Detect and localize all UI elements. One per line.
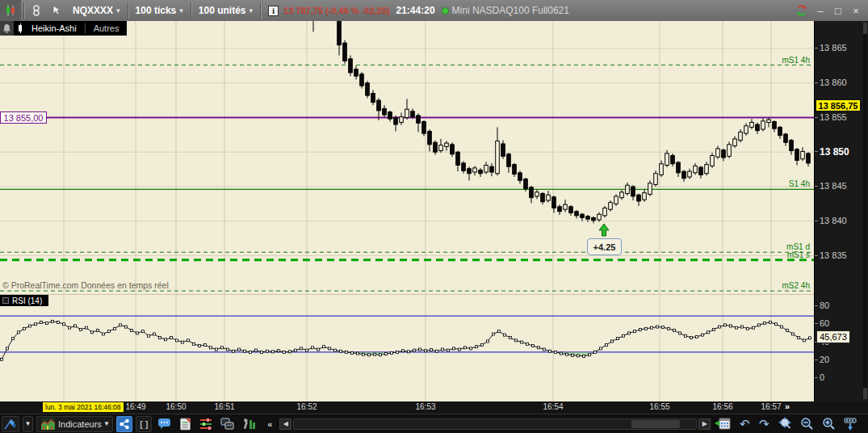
window-controls: – □ × [795, 4, 868, 17]
rsi-point-marker [589, 354, 591, 356]
level-label: mS1 s [787, 250, 810, 259]
time-axis[interactable]: lun. 3 mai 2021 16:46:08 » 16:4916:5016:… [0, 401, 868, 414]
time-tick-label: 16:50 [166, 402, 186, 411]
separator [260, 2, 261, 19]
scroll-right-button[interactable]: ▶ [698, 418, 711, 430]
drawing-tools-caret[interactable]: ▾ [23, 416, 33, 432]
rsi-point-marker [600, 347, 602, 350]
rsi-line [2, 322, 810, 359]
drawing-tools-button[interactable] [2, 416, 19, 432]
candle-body [400, 117, 404, 123]
rsi-point-marker [80, 328, 82, 330]
bar-spacing-button[interactable] [841, 416, 859, 432]
levels-settings-button[interactable] [197, 416, 215, 432]
redo-arrow-icon: ↷ [759, 418, 769, 430]
economic-calendar-button[interactable] [712, 416, 733, 432]
platform-settings-button[interactable] [240, 416, 258, 432]
redo-button[interactable]: ↷ [756, 416, 772, 432]
undo-arrow-icon: ↶ [740, 418, 750, 430]
rsi-point-marker [379, 354, 382, 356]
rsi-point-marker [136, 332, 139, 334]
collapse-toolbar-button[interactable]: « [262, 416, 278, 432]
rsi-point-marker [249, 351, 252, 353]
pen-line-icon [4, 418, 17, 431]
candle-body [767, 120, 771, 122]
rsi-point-marker [430, 349, 433, 351]
minimize-button[interactable]: – [815, 6, 826, 16]
units-dropdown[interactable]: 100 unités ▾ [194, 0, 258, 21]
candle-body [682, 171, 686, 179]
zoom-drag-button[interactable] [775, 416, 795, 432]
scroll-left-button[interactable]: ◀ [279, 418, 291, 430]
axis-scrollbar[interactable] [863, 23, 867, 399]
rsi-legend-label: RSI (14) [12, 296, 42, 305]
period-dropdown[interactable]: 100 ticks ▾ [131, 0, 188, 21]
info-button[interactable]: i [263, 0, 283, 21]
candle-body [496, 141, 500, 174]
time-tick-label: 16:52 [296, 402, 317, 411]
axis-scroll-handle[interactable] [863, 388, 867, 399]
tab-heikin-ashi[interactable]: Heikin-Ashi [28, 23, 80, 33]
instrument-dropdown[interactable]: NQXXXX ▾ [68, 0, 125, 21]
candle-body [343, 43, 347, 61]
price-tick-label: 13 845 [820, 181, 847, 191]
link-windows-button[interactable] [27, 0, 46, 21]
candle-body [484, 165, 489, 172]
main-price-chart[interactable]: mS1 4hS1 4hmS1 dmS1 smS2 4h Heikin-Ashi … [0, 21, 814, 294]
tab-autres[interactable]: Autres [90, 23, 123, 33]
zoom-in-button[interactable] [820, 416, 838, 432]
rsi-point-marker [764, 322, 766, 325]
rsi-point-marker [221, 347, 224, 349]
alerts-button[interactable] [0, 21, 14, 36]
candle-body [807, 153, 811, 163]
rsi-point-marker [504, 334, 506, 336]
indicators-button[interactable]: Indicateurs ▾ [36, 416, 113, 432]
chain-link-icon [31, 4, 41, 17]
candlestick-style-icon [17, 23, 23, 33]
close-button[interactable]: × [850, 6, 862, 16]
chart-horizontal-scrollbar[interactable] [293, 418, 697, 430]
rsi-indicator-panel[interactable]: RSI (14) [0, 294, 814, 401]
rsi-point-marker [182, 341, 184, 343]
info-icon: i [268, 6, 279, 16]
rsi-point-marker [396, 351, 399, 353]
axis-scroll-handle[interactable] [863, 23, 867, 34]
price-tick-label: 13 865 [820, 43, 847, 53]
rsi-point-marker [306, 349, 308, 351]
price-axis[interactable]: 13 86513 86013 85513 85013 84513 84013 8… [814, 21, 868, 401]
rsi-point-marker [114, 327, 116, 330]
arrow-right-icon: ▶ [702, 420, 707, 427]
rsi-point-marker [702, 334, 704, 336]
candle-body [518, 173, 522, 180]
rsi-point-marker [803, 339, 806, 342]
rsi-point-marker [798, 336, 800, 338]
zoom-out-button[interactable] [798, 416, 816, 432]
multi-window-button[interactable] [218, 416, 237, 432]
brackets-tool-button[interactable]: [ ] [136, 416, 152, 432]
chat-button[interactable] [155, 416, 174, 432]
rsi-point-marker [233, 350, 235, 352]
maximize-button[interactable]: □ [832, 6, 844, 16]
rsi-point-marker [623, 334, 625, 337]
jump-to-latest-button[interactable]: » [782, 401, 793, 411]
instrument-price-change: 13 787,75 (-0,46 % -62,25) [283, 6, 389, 15]
chevron-down-icon: ▾ [116, 7, 120, 15]
undo-button[interactable]: ↶ [736, 416, 753, 432]
bar-spacing-icon [844, 418, 857, 431]
pointer-mode-button[interactable] [46, 0, 68, 21]
news-button[interactable] [177, 416, 194, 432]
horizontal-level-price-label[interactable]: 13 855,00 [0, 111, 47, 124]
candle-body [665, 153, 669, 166]
rsi-point-marker [594, 351, 597, 353]
indicators-label: Indicateurs [58, 419, 102, 429]
rsi-point-marker [12, 338, 15, 340]
rsi-point-marker [509, 336, 512, 338]
share-button[interactable] [116, 416, 132, 432]
sync-refresh-icon[interactable] [795, 4, 808, 17]
candle-body [383, 108, 387, 115]
rsi-point-marker [459, 348, 461, 351]
scrollbar-thumb[interactable] [631, 420, 680, 428]
candle-body [434, 142, 438, 152]
rsi-legend[interactable]: RSI (14) [0, 295, 48, 306]
rsi-point-marker [289, 351, 291, 353]
